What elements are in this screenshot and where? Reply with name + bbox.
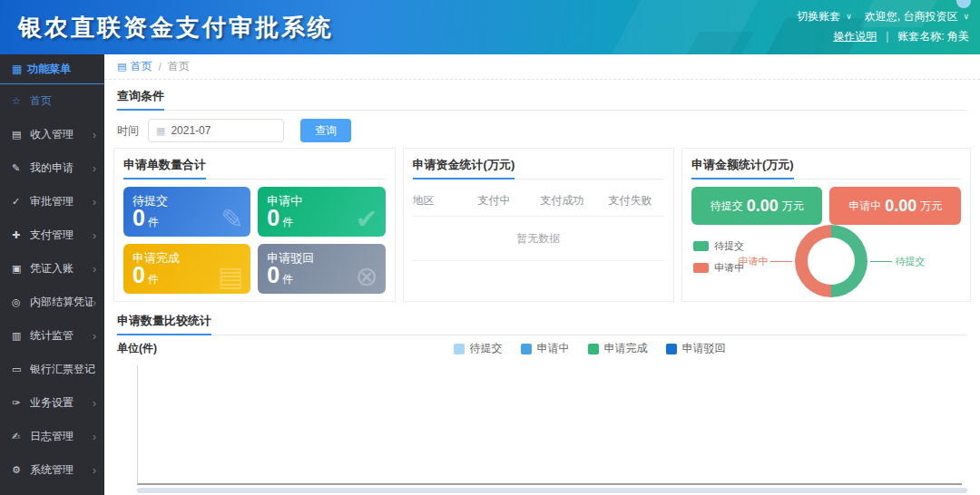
sidebar-item-business-settings[interactable]: ✑ 业务设置 › [0, 386, 104, 420]
legend-swatch-green [693, 241, 709, 251]
star-icon: ☆ [12, 95, 25, 107]
order-summary-panel: 申请单数量合计 待提交 0件 ✎ 申请中 0件 [113, 148, 396, 302]
funds-table-header: 地区 支付中 支付成功 支付失败 [413, 185, 664, 217]
donut-label-pending-submit: 待提交 [895, 255, 925, 268]
amount-statistics-title: 申请金额统计(万元) [691, 157, 794, 180]
comparison-chart-legend: 待提交 申请中 申请完成 申请驳回 [454, 341, 726, 356]
search-button[interactable]: 查询 [300, 119, 351, 142]
app-header: 银农直联资金支付审批系统 切换账套 ∨ 欢迎您, 台商投资区 ∨ 操作说明 | … [0, 0, 980, 54]
breadcrumb-separator: / [158, 61, 161, 73]
legend-item-in-progress[interactable]: 申请中 [521, 341, 570, 356]
cross-plus-icon: ✚ [12, 229, 25, 241]
header-divider: | [886, 30, 888, 43]
sidebar-item-system-mgmt[interactable]: ⚙ 系统管理 › [0, 453, 104, 487]
time-label: 时间 [117, 123, 139, 139]
sidebar-item-income-mgmt[interactable]: ▤ 收入管理 › [0, 118, 104, 151]
chevron-right-icon: › [93, 464, 96, 477]
legend-item-pending-submit[interactable]: 待提交 [454, 341, 503, 356]
gear-icon: ⚙ [12, 464, 25, 476]
rejected-count: 0 [267, 262, 279, 287]
target-icon: ◎ [12, 296, 25, 308]
pencil-icon: ✎ [12, 162, 25, 174]
main-content: ▤ 首页 / 首页 查询条件 时间 ▦ 2021-07 查询 申请单数量合 [104, 54, 980, 495]
legend-swatch-green [588, 344, 599, 354]
pending-submit-amount: 0.00 [747, 197, 779, 216]
legend-item-completed[interactable]: 申请完成 [588, 341, 648, 356]
sidebar-item-bank-draft-register[interactable]: ▭ 银行汇票登记 [0, 353, 104, 386]
donut-callout-line [770, 261, 792, 262]
month-picker-input[interactable]: ▦ 2021-07 [148, 119, 284, 142]
legend-item-in-progress[interactable]: 申请中 [693, 261, 744, 275]
column-region: 地区 [413, 193, 460, 209]
donut-callout-line [870, 261, 892, 262]
chevron-right-icon: › [93, 431, 96, 443]
stat-card-pending-submit[interactable]: 待提交 0件 ✎ [123, 187, 250, 237]
grid-menu-icon: ▦ [12, 63, 22, 75]
app-title: 银农直联资金支付审批系统 [18, 12, 334, 44]
badge-in-progress-amount: 申请中 0.00 万元 [829, 187, 961, 225]
column-paying: 支付中 [460, 193, 528, 209]
operation-guide-link[interactable]: 操作说明 [833, 29, 877, 44]
breadcrumb-home-link[interactable]: 首页 [130, 59, 152, 74]
sidebar-item-my-applications[interactable]: ✎ 我的申请 › [0, 151, 104, 185]
legend-swatch-lightblue [454, 344, 465, 354]
stat-card-rejected[interactable]: 申请驳回 0件 ⊗ [258, 244, 385, 294]
chevron-right-icon: › [93, 296, 96, 309]
column-pay-success: 支付成功 [528, 193, 596, 209]
query-section: 查询条件 时间 ▦ 2021-07 查询 [104, 80, 980, 142]
chevron-down-icon: ∨ [846, 12, 852, 21]
sidebar: ▦ 功能菜单 ☆ 首页 ▤ 收入管理 › ✎ 我的申请 › ✓ 审批管理 › ✚… [0, 54, 104, 495]
chevron-right-icon: › [93, 129, 96, 141]
sidebar-item-log-mgmt[interactable]: ✍ 日志管理 › [0, 420, 104, 453]
sidebar-menu-header[interactable]: ▦ 功能菜单 [0, 54, 104, 84]
switch-account-dropdown[interactable]: 切换账套 [797, 9, 840, 24]
chevron-right-icon: › [93, 397, 96, 410]
chevron-right-icon: › [93, 162, 96, 175]
document-icon: ▤ [218, 260, 243, 292]
document-icon: ▤ [12, 129, 25, 141]
stat-card-completed[interactable]: 申请完成 0件 ▤ [123, 244, 250, 294]
chevron-right-icon: › [93, 229, 96, 242]
sidebar-item-internal-settlement-voucher[interactable]: ◎ 内部结算凭证 › [0, 286, 104, 319]
check-icon: ✓ [12, 196, 25, 208]
legend-item-rejected[interactable]: 申请驳回 [666, 341, 726, 356]
breadcrumb: ▤ 首页 / 首页 [104, 54, 980, 80]
comparison-chart-panel: 申请数量比较统计 单位(件) 待提交 申请中 申请完成 [104, 306, 980, 495]
in-progress-amount: 0.00 [885, 197, 916, 216]
chevron-right-icon: › [93, 196, 96, 209]
funds-statistics-title: 申请资金统计(万元) [413, 157, 515, 180]
column-pay-failed: 支付失败 [596, 193, 664, 209]
page-icon: ▤ [117, 61, 126, 73]
sidebar-item-home[interactable]: ☆ 首页 [0, 84, 104, 118]
legend-swatch-darkblue [666, 344, 677, 354]
comparison-chart-title: 申请数量比较统计 [117, 313, 211, 335]
card-icon: ▭ [12, 364, 25, 375]
order-summary-title: 申请单数量合计 [123, 157, 206, 180]
sidebar-item-payment-mgmt[interactable]: ✚ 支付管理 › [0, 218, 104, 252]
donut-chart [795, 225, 867, 297]
in-progress-count: 0 [267, 205, 279, 230]
legend-item-pending-submit[interactable]: 待提交 [693, 239, 744, 253]
chevron-right-icon: › [93, 330, 96, 343]
sidebar-item-approval-mgmt[interactable]: ✓ 审批管理 › [0, 185, 104, 218]
badge-pending-submit-amount: 待提交 0.00 万元 [691, 187, 823, 225]
donut-chart-area: 待提交 申请中 申请中 待提交 [691, 228, 961, 294]
edit-square-icon: ✍ [12, 431, 25, 442]
chart-datazoom-scrollbar[interactable] [137, 488, 967, 493]
legend-swatch-red [693, 263, 709, 273]
donut-label-in-progress: 申请中 [738, 255, 768, 268]
edit-document-icon: ✎ [220, 203, 243, 235]
comparison-chart-plot-area [137, 365, 962, 485]
document-x-icon: ⊗ [355, 260, 377, 292]
stat-card-in-progress[interactable]: 申请中 0件 ✔ [258, 187, 385, 237]
sidebar-item-statistics-supervision[interactable]: ▥ 统计监管 › [0, 319, 104, 353]
welcome-user-dropdown[interactable]: 欢迎您, 台商投资区 [865, 9, 958, 24]
link-icon: ✑ [12, 397, 25, 409]
briefcase-icon: ▣ [12, 263, 25, 275]
chevron-down-icon: ∨ [963, 12, 969, 21]
legend-swatch-blue [521, 344, 532, 354]
sidebar-item-voucher-entry[interactable]: ▣ 凭证入账 › [0, 252, 104, 286]
month-picker-value: 2021-07 [171, 124, 211, 137]
breadcrumb-current: 首页 [168, 59, 190, 74]
amount-statistics-panel: 申请金额统计(万元) 待提交 0.00 万元 申请中 0.00 万元 [681, 148, 971, 302]
